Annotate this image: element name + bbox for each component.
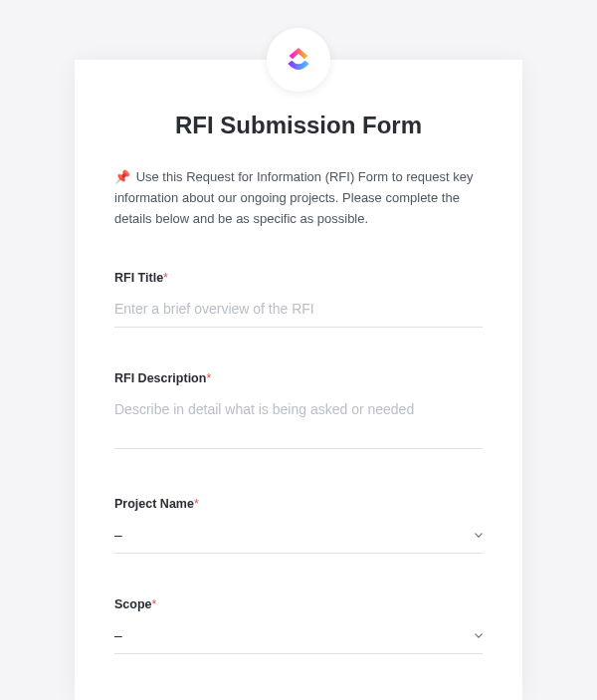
field-rfi-title: RFI Title*	[114, 271, 483, 328]
chevron-down-icon	[475, 533, 483, 538]
rfi-description-input[interactable]	[114, 395, 483, 449]
project-name-value: –	[114, 527, 122, 543]
pin-icon: 📌	[114, 169, 130, 184]
project-name-select[interactable]: –	[114, 521, 483, 554]
project-name-label-text: Project Name	[114, 497, 194, 511]
scope-label: Scope*	[114, 597, 483, 611]
required-indicator: *	[194, 497, 199, 511]
intro-paragraph: 📌 Use this Request for Information (RFI)…	[114, 167, 483, 229]
form-card: RFI Submission Form 📌 Use this Request f…	[75, 60, 522, 700]
project-name-label: Project Name*	[114, 497, 483, 511]
rfi-title-input[interactable]	[114, 295, 483, 328]
required-indicator: *	[206, 371, 211, 385]
field-scope: Scope* –	[114, 597, 483, 654]
rfi-description-label-text: RFI Description	[114, 371, 206, 385]
rfi-description-label: RFI Description*	[114, 371, 483, 385]
scope-value: –	[114, 627, 122, 643]
field-project-name: Project Name* –	[114, 497, 483, 554]
required-indicator: *	[163, 271, 168, 285]
logo-container	[267, 28, 330, 92]
rfi-title-label: RFI Title*	[114, 271, 483, 285]
clickup-logo-icon	[283, 44, 314, 76]
required-indicator: *	[152, 597, 157, 611]
intro-text-content: Use this Request for Information (RFI) F…	[114, 169, 473, 226]
scope-select[interactable]: –	[114, 621, 483, 654]
scope-label-text: Scope	[114, 597, 152, 611]
rfi-title-label-text: RFI Title	[114, 271, 163, 285]
chevron-down-icon	[475, 633, 483, 638]
field-rfi-description: RFI Description*	[114, 371, 483, 453]
